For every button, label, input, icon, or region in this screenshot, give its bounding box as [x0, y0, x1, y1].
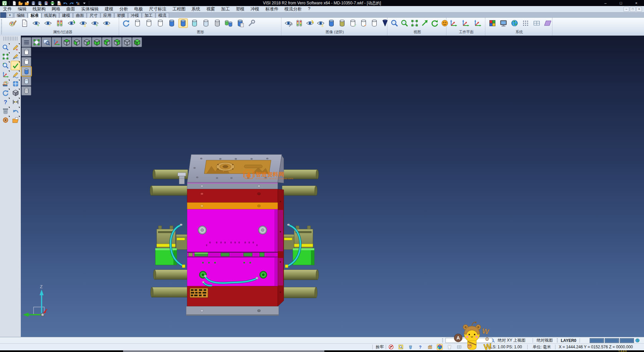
- tab-建模[interactable]: 建模: [59, 13, 73, 18]
- system-globe-icon[interactable]: [510, 19, 519, 28]
- show-all-icon[interactable]: +: [91, 19, 99, 28]
- transparent-style-icon[interactable]: [190, 19, 199, 28]
- layer-color-swatch-2[interactable]: [605, 337, 619, 344]
- package-icon[interactable]: [427, 344, 433, 350]
- menu-item-?[interactable]: ?: [305, 6, 313, 11]
- navigator-wheel-icon[interactable]: [1, 116, 10, 124]
- mdi-close-button[interactable]: ×: [636, 7, 642, 12]
- sketch-curve-icon[interactable]: [11, 52, 20, 61]
- ghost-style-icon[interactable]: [202, 19, 210, 28]
- dashed-hidden-style-icon[interactable]: [156, 19, 165, 28]
- pan-view-icon[interactable]: [420, 19, 429, 28]
- menu-item-网格[interactable]: 网格: [49, 6, 63, 12]
- tab-模流[interactable]: 模流: [156, 13, 169, 18]
- view-front-icon[interactable]: [102, 37, 112, 47]
- view-left-icon[interactable]: [82, 37, 92, 47]
- menu-item-冲模[interactable]: 冲模: [248, 6, 262, 12]
- display-shaded-icon[interactable]: [21, 67, 31, 76]
- display-hatched-icon[interactable]: [21, 86, 31, 95]
- tab-应用[interactable]: 应用: [101, 13, 114, 18]
- open-file-button[interactable]: [18, 1, 23, 6]
- snap-grid-icon[interactable]: [521, 19, 530, 28]
- lock-toggle[interactable]: 拴牢: [376, 344, 384, 350]
- undo-icon[interactable]: [11, 106, 20, 115]
- tab-dropdown-icon[interactable]: ▼: [7, 13, 13, 18]
- menu-item-视窗[interactable]: 视窗: [203, 6, 218, 12]
- display-hidden-line-icon[interactable]: [21, 57, 31, 66]
- zoom-window-icon[interactable]: [42, 37, 51, 47]
- advanced-refresh-icon[interactable]: [306, 19, 314, 28]
- save-as-button[interactable]: [37, 1, 42, 6]
- tab-编辑[interactable]: 编辑: [14, 13, 28, 18]
- striped-display-icon[interactable]: [338, 19, 346, 28]
- view-shaded-iso-icon[interactable]: [132, 37, 142, 47]
- measure-distance-icon[interactable]: [11, 97, 20, 106]
- mold-assembly-model[interactable]: 智造资料网 INTELLIGENT MANUFACTURING DATA: [144, 151, 325, 326]
- menu-item-工程图[interactable]: 工程图: [169, 6, 189, 12]
- quick-help-icon[interactable]: ?: [418, 344, 423, 350]
- menu-item-编辑[interactable]: 编辑: [15, 6, 30, 12]
- invert-visibility-icon[interactable]: ±: [79, 19, 88, 28]
- view-reference-indicator[interactable]: 绝对视图: [537, 337, 553, 344]
- menu-item-分析[interactable]: 分析: [116, 6, 131, 12]
- system-monitor-icon[interactable]: [499, 19, 508, 28]
- menu-item-标准件[interactable]: 标准件: [262, 6, 281, 12]
- window-layout-icon[interactable]: [11, 79, 20, 88]
- zoom-view-icon[interactable]: [390, 19, 399, 28]
- view-back-icon[interactable]: [112, 37, 122, 47]
- erase-entity-icon[interactable]: ×: [11, 43, 20, 52]
- multi-body-style-icon[interactable]: [224, 19, 233, 28]
- print-button[interactable]: [50, 1, 55, 6]
- profile-vest-icon[interactable]: [447, 344, 452, 350]
- zoom-scene-icon[interactable]: [1, 43, 10, 52]
- menu-item-线架构[interactable]: 线架构: [30, 6, 49, 12]
- workplane-create-icon[interactable]: [449, 19, 458, 28]
- menu-item-实体编辑[interactable]: 实体编辑: [78, 6, 102, 12]
- fit-frame-icon[interactable]: [1, 52, 10, 61]
- mdi-restore-button[interactable]: □: [630, 7, 636, 12]
- confirm-icon[interactable]: [11, 61, 20, 70]
- workplane-plane-icon[interactable]: [543, 19, 552, 28]
- view-top-icon[interactable]: [62, 37, 71, 47]
- refresh-visibility-icon[interactable]: [67, 19, 76, 28]
- print-preview-button[interactable]: [56, 1, 61, 6]
- menu-item-尺寸标注[interactable]: 尺寸标注: [146, 6, 169, 12]
- show-entities-icon[interactable]: +: [32, 19, 41, 28]
- advanced-invert-icon[interactable]: ±: [316, 19, 325, 28]
- save-copy-button[interactable]: [43, 1, 49, 6]
- menu-item-系统[interactable]: 系统: [189, 6, 203, 12]
- display-wireframe-icon[interactable]: [21, 47, 31, 56]
- quick-access-dropdown[interactable]: [82, 1, 87, 6]
- fit-view-icon[interactable]: [32, 37, 41, 47]
- bucket-icon[interactable]: [408, 344, 413, 350]
- layer-color-swatch-3[interactable]: [620, 337, 634, 344]
- mdi-minimize-button[interactable]: –: [624, 7, 629, 12]
- tab-标准[interactable]: 标准: [28, 13, 41, 18]
- regenerate-icon[interactable]: [122, 19, 130, 28]
- hatched-style-icon[interactable]: [213, 19, 222, 28]
- menu-item-曲面[interactable]: 曲面: [63, 6, 78, 12]
- shaded-style-icon[interactable]: [167, 19, 176, 28]
- undo-button[interactable]: [62, 1, 68, 6]
- view-menu-icon[interactable]: [21, 37, 31, 47]
- layer-color-swatch-1[interactable]: [590, 337, 604, 344]
- tab-冲模[interactable]: 冲模: [128, 13, 142, 18]
- menu-item-文件[interactable]: 文件: [0, 6, 15, 12]
- view-iso-icon[interactable]: [122, 37, 132, 47]
- style-tools-icon[interactable]: [247, 19, 256, 28]
- menu-item-模流分析[interactable]: 模流分析: [281, 6, 305, 12]
- visi-logo[interactable]: V: [2, 1, 7, 6]
- view-mode-indicator[interactable]: 绝对 XY 上视图: [498, 337, 525, 344]
- hidden-line-style-icon[interactable]: [145, 19, 153, 28]
- regen-view-icon[interactable]: [1, 88, 10, 97]
- attributes-brush-icon[interactable]: [8, 19, 17, 28]
- attributes-palette-icon[interactable]: [1, 79, 10, 88]
- units-indicator[interactable]: 单位: 毫米: [533, 344, 551, 350]
- advanced-visibility-icon[interactable]: [284, 19, 293, 28]
- maximize-button[interactable]: □: [613, 0, 629, 6]
- marked-display-icon[interactable]: ▪: [359, 19, 368, 28]
- menu-item-电极[interactable]: 电极: [131, 6, 146, 12]
- save-button[interactable]: [31, 1, 36, 6]
- macro-button[interactable]: [75, 1, 80, 6]
- axis-triad-icon[interactable]: [52, 37, 61, 47]
